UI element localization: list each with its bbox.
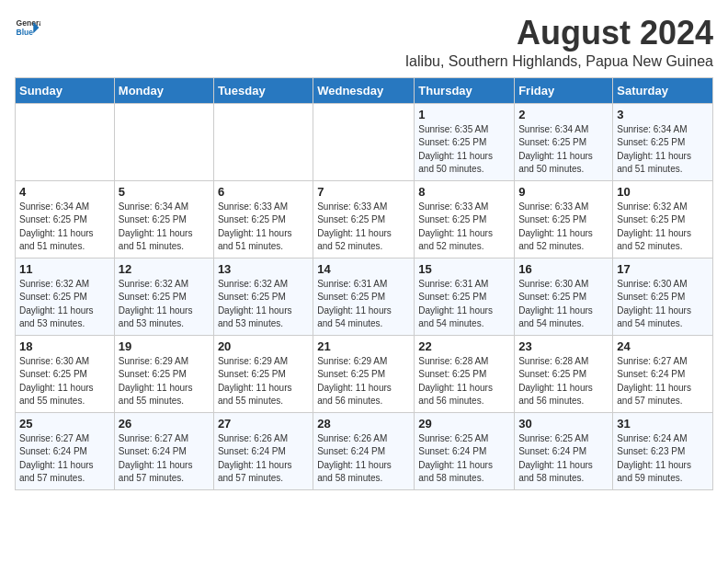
day-number: 12 (119, 262, 210, 276)
day-info: Sunrise: 6:34 AM Sunset: 6:25 PM Dayligh… (119, 201, 210, 254)
weekday-header-row: SundayMondayTuesdayWednesdayThursdayFrid… (16, 77, 713, 103)
day-info: Sunrise: 6:29 AM Sunset: 6:25 PM Dayligh… (218, 355, 309, 408)
calendar-cell: 29Sunrise: 6:25 AM Sunset: 6:24 PM Dayli… (415, 412, 515, 489)
calendar-cell: 20Sunrise: 6:29 AM Sunset: 6:25 PM Dayli… (213, 335, 313, 412)
weekday-header-wednesday: Wednesday (313, 77, 415, 103)
day-number: 1 (418, 108, 510, 121)
day-number: 13 (218, 262, 309, 276)
day-info: Sunrise: 6:28 AM Sunset: 6:25 PM Dayligh… (418, 355, 510, 408)
calendar-cell: 15Sunrise: 6:31 AM Sunset: 6:25 PM Dayli… (415, 258, 515, 335)
calendar-cell: 7Sunrise: 6:33 AM Sunset: 6:25 PM Daylig… (313, 180, 415, 258)
day-info: Sunrise: 6:24 AM Sunset: 6:23 PM Dayligh… (617, 432, 709, 486)
week-row-4: 18Sunrise: 6:30 AM Sunset: 6:25 PM Dayli… (16, 335, 713, 412)
weekday-header-thursday: Thursday (415, 77, 515, 103)
day-info: Sunrise: 6:27 AM Sunset: 6:24 PM Dayligh… (119, 432, 210, 486)
calendar-cell: 6Sunrise: 6:33 AM Sunset: 6:25 PM Daylig… (213, 180, 313, 258)
calendar-cell: 28Sunrise: 6:26 AM Sunset: 6:24 PM Dayli… (313, 412, 415, 489)
weekday-header-saturday: Saturday (613, 77, 713, 103)
calendar-cell: 9Sunrise: 6:33 AM Sunset: 6:25 PM Daylig… (515, 180, 613, 258)
calendar-cell: 1Sunrise: 6:35 AM Sunset: 6:25 PM Daylig… (415, 103, 515, 180)
weekday-header-monday: Monday (114, 77, 213, 103)
day-number: 10 (617, 185, 709, 199)
day-number: 31 (617, 417, 709, 431)
day-number: 25 (19, 417, 110, 431)
day-info: Sunrise: 6:34 AM Sunset: 6:25 PM Dayligh… (19, 201, 110, 254)
day-info: Sunrise: 6:34 AM Sunset: 6:25 PM Dayligh… (617, 123, 709, 177)
day-number: 29 (418, 417, 510, 431)
weekday-header-tuesday: Tuesday (213, 77, 313, 103)
calendar-cell: 19Sunrise: 6:29 AM Sunset: 6:25 PM Dayli… (114, 335, 213, 412)
day-info: Sunrise: 6:35 AM Sunset: 6:25 PM Dayligh… (418, 123, 510, 177)
calendar-cell: 8Sunrise: 6:33 AM Sunset: 6:25 PM Daylig… (415, 180, 515, 258)
calendar-cell: 5Sunrise: 6:34 AM Sunset: 6:25 PM Daylig… (114, 180, 213, 258)
week-row-5: 25Sunrise: 6:27 AM Sunset: 6:24 PM Dayli… (16, 412, 713, 489)
day-info: Sunrise: 6:32 AM Sunset: 6:25 PM Dayligh… (19, 278, 110, 331)
day-info: Sunrise: 6:26 AM Sunset: 6:24 PM Dayligh… (218, 432, 309, 486)
day-info: Sunrise: 6:30 AM Sunset: 6:25 PM Dayligh… (19, 355, 110, 408)
day-info: Sunrise: 6:33 AM Sunset: 6:25 PM Dayligh… (317, 201, 410, 254)
calendar-cell: 10Sunrise: 6:32 AM Sunset: 6:25 PM Dayli… (613, 180, 713, 258)
day-number: 20 (218, 339, 309, 353)
day-number: 11 (19, 262, 110, 276)
day-info: Sunrise: 6:30 AM Sunset: 6:25 PM Dayligh… (617, 278, 709, 331)
day-info: Sunrise: 6:27 AM Sunset: 6:24 PM Dayligh… (19, 432, 110, 486)
day-number: 9 (518, 185, 609, 199)
calendar-cell: 26Sunrise: 6:27 AM Sunset: 6:24 PM Dayli… (114, 412, 213, 489)
calendar-cell: 16Sunrise: 6:30 AM Sunset: 6:25 PM Dayli… (515, 258, 613, 335)
day-info: Sunrise: 6:25 AM Sunset: 6:24 PM Dayligh… (518, 432, 609, 486)
day-number: 7 (317, 185, 410, 199)
weekday-header-sunday: Sunday (16, 77, 115, 103)
day-number: 16 (518, 262, 609, 276)
calendar-cell (213, 103, 313, 180)
calendar-cell: 11Sunrise: 6:32 AM Sunset: 6:25 PM Dayli… (16, 258, 115, 335)
week-row-3: 11Sunrise: 6:32 AM Sunset: 6:25 PM Dayli… (16, 258, 713, 335)
day-number: 28 (317, 417, 410, 431)
calendar-cell: 22Sunrise: 6:28 AM Sunset: 6:25 PM Dayli… (415, 335, 515, 412)
calendar-cell: 3Sunrise: 6:34 AM Sunset: 6:25 PM Daylig… (613, 103, 713, 180)
day-number: 26 (119, 417, 210, 431)
page-header: General Blue August 2024 Ialibu, Souther… (15, 15, 713, 70)
day-info: Sunrise: 6:26 AM Sunset: 6:24 PM Dayligh… (317, 432, 410, 486)
day-number: 30 (518, 417, 609, 431)
day-number: 22 (418, 339, 510, 353)
calendar-cell: 14Sunrise: 6:31 AM Sunset: 6:25 PM Dayli… (313, 258, 415, 335)
day-number: 15 (418, 262, 510, 276)
svg-text:Blue: Blue (17, 28, 34, 37)
calendar-cell (16, 103, 115, 180)
day-info: Sunrise: 6:30 AM Sunset: 6:25 PM Dayligh… (518, 278, 609, 331)
calendar-cell: 25Sunrise: 6:27 AM Sunset: 6:24 PM Dayli… (16, 412, 115, 489)
calendar-cell: 31Sunrise: 6:24 AM Sunset: 6:23 PM Dayli… (613, 412, 713, 489)
day-number: 27 (218, 417, 309, 431)
main-title: August 2024 (405, 15, 713, 52)
calendar-cell: 30Sunrise: 6:25 AM Sunset: 6:24 PM Dayli… (515, 412, 613, 489)
calendar-table: SundayMondayTuesdayWednesdayThursdayFrid… (15, 77, 713, 490)
day-number: 24 (617, 339, 709, 353)
title-block: August 2024 Ialibu, Southern Highlands, … (405, 15, 713, 70)
calendar-cell: 17Sunrise: 6:30 AM Sunset: 6:25 PM Dayli… (613, 258, 713, 335)
logo: General Blue (15, 15, 40, 40)
day-info: Sunrise: 6:31 AM Sunset: 6:25 PM Dayligh… (418, 278, 510, 331)
day-number: 4 (19, 185, 110, 199)
day-number: 23 (518, 339, 609, 353)
day-info: Sunrise: 6:29 AM Sunset: 6:25 PM Dayligh… (119, 355, 210, 408)
day-number: 18 (19, 339, 110, 353)
week-row-2: 4Sunrise: 6:34 AM Sunset: 6:25 PM Daylig… (16, 180, 713, 258)
day-info: Sunrise: 6:32 AM Sunset: 6:25 PM Dayligh… (617, 201, 709, 254)
day-info: Sunrise: 6:32 AM Sunset: 6:25 PM Dayligh… (218, 278, 309, 331)
day-info: Sunrise: 6:25 AM Sunset: 6:24 PM Dayligh… (418, 432, 510, 486)
calendar-cell: 13Sunrise: 6:32 AM Sunset: 6:25 PM Dayli… (213, 258, 313, 335)
subtitle: Ialibu, Southern Highlands, Papua New Gu… (405, 53, 713, 70)
logo-icon: General Blue (15, 15, 40, 40)
week-row-1: 1Sunrise: 6:35 AM Sunset: 6:25 PM Daylig… (16, 103, 713, 180)
day-info: Sunrise: 6:33 AM Sunset: 6:25 PM Dayligh… (218, 201, 309, 254)
day-info: Sunrise: 6:31 AM Sunset: 6:25 PM Dayligh… (317, 278, 410, 331)
day-info: Sunrise: 6:33 AM Sunset: 6:25 PM Dayligh… (418, 201, 510, 254)
day-info: Sunrise: 6:29 AM Sunset: 6:25 PM Dayligh… (317, 355, 410, 408)
calendar-cell: 24Sunrise: 6:27 AM Sunset: 6:24 PM Dayli… (613, 335, 713, 412)
day-number: 2 (518, 108, 609, 121)
calendar-cell: 12Sunrise: 6:32 AM Sunset: 6:25 PM Dayli… (114, 258, 213, 335)
day-number: 5 (119, 185, 210, 199)
calendar-cell: 4Sunrise: 6:34 AM Sunset: 6:25 PM Daylig… (16, 180, 115, 258)
day-number: 21 (317, 339, 410, 353)
day-info: Sunrise: 6:33 AM Sunset: 6:25 PM Dayligh… (518, 201, 609, 254)
